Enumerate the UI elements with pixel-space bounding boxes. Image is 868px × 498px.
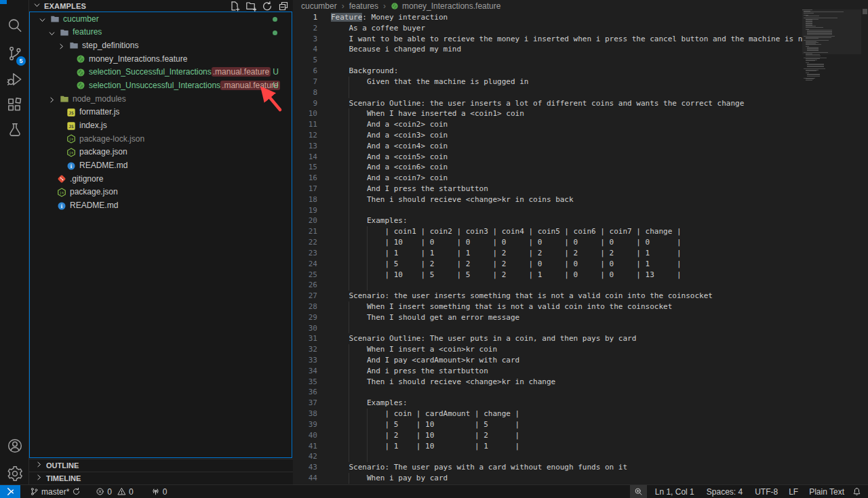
activity-item-settings[interactable] bbox=[0, 460, 29, 487]
code-text: And a <coin6> coin bbox=[331, 162, 448, 173]
activity-item-accounts[interactable] bbox=[0, 432, 29, 459]
activity-item-source-control[interactable]: 5 bbox=[0, 40, 29, 67]
code-line-21[interactable]: 21 | coin1 | coin2 | coin3 | coin4 | coi… bbox=[293, 226, 802, 237]
breadcrumb-item[interactable]: cucumber bbox=[301, 1, 337, 11]
code-line-22[interactable]: 22 | 10 | 0 | 0 | 0 | 0 | 0 | 0 | 0 | bbox=[293, 237, 802, 248]
code-line-31[interactable]: 31 Scenario Outline: The user puts in a … bbox=[293, 333, 802, 344]
code-line-44[interactable]: 44 When i pay by card bbox=[293, 473, 802, 484]
outline-section-header[interactable]: OUTLINE bbox=[29, 459, 293, 472]
activity-item-extensions[interactable] bbox=[0, 91, 29, 119]
code-line-17[interactable]: 17 And I press the startbutton bbox=[293, 184, 802, 194]
timeline-section-header[interactable]: TIMELINE bbox=[29, 472, 293, 484]
tree-item-label: features bbox=[73, 27, 102, 37]
code-line-26[interactable]: 26 bbox=[293, 280, 802, 291]
code-line-28[interactable]: 28 When I insert something that is not a… bbox=[293, 302, 802, 312]
indentation-status[interactable]: Spaces: 4 bbox=[703, 485, 747, 498]
code-line-11[interactable]: 11 And a <coin2> coin bbox=[293, 119, 802, 130]
new-folder-icon[interactable] bbox=[245, 1, 256, 12]
tree-file-package-json[interactable]: jspackage.json bbox=[29, 186, 292, 199]
code-area[interactable]: 1Feature: Money interaction2 As a coffee… bbox=[293, 12, 802, 484]
breadcrumb-item[interactable]: money_Interactions.feature bbox=[402, 1, 500, 11]
code-line-36[interactable]: 36 bbox=[293, 387, 802, 398]
code-line-37[interactable]: 37 Examples: bbox=[293, 398, 802, 409]
code-line-13[interactable]: 13 And a <coin4> coin bbox=[293, 141, 802, 152]
code-line-18[interactable]: 18 Then i should recieve <change>kr in c… bbox=[293, 194, 802, 205]
code-line-24[interactable]: 24 | 5 | 2 | 2 | 2 | 0 | 0 | 0 | 1 | bbox=[293, 259, 802, 270]
tree-file-package-lock-json[interactable]: jspackage-lock.json bbox=[29, 132, 292, 146]
overview-ruler-marker bbox=[863, 9, 867, 14]
explorer-header[interactable]: EXAMPLES bbox=[29, 0, 293, 12]
code-line-6[interactable]: 6 Background: bbox=[293, 66, 802, 77]
code-line-1[interactable]: 1Feature: Money interaction bbox=[293, 12, 802, 23]
code-line-10[interactable]: 10 When I have inserted a <coin1> coin bbox=[293, 108, 802, 119]
code-line-43[interactable]: 43 Scenario: The user pays with a card w… bbox=[293, 462, 802, 473]
remote-indicator[interactable] bbox=[0, 485, 20, 498]
code-line-27[interactable]: 27 Scenario: the user inserts something … bbox=[293, 291, 802, 302]
activity-item-testing[interactable] bbox=[0, 117, 29, 144]
refresh-icon[interactable] bbox=[262, 1, 273, 12]
git-branch-status[interactable]: master* bbox=[26, 485, 85, 498]
code-line-29[interactable]: 29 Then I should get an error message bbox=[293, 312, 802, 323]
tree-file-formatter-js[interactable]: JSformatter.js bbox=[29, 106, 292, 119]
code-line-39[interactable]: 39 | 5 | 10 | 5 | bbox=[293, 419, 802, 430]
code-line-30[interactable]: 30 bbox=[293, 323, 802, 334]
activity-item-run-and-debug[interactable] bbox=[0, 66, 29, 93]
tree-file-selection-successful-interactions[interactable]: selection_Successful_Interactions.manual… bbox=[29, 66, 292, 79]
tree-file-money-interactions-feature[interactable]: money_Interactions.feature bbox=[29, 52, 292, 66]
eol-status[interactable]: LF bbox=[785, 485, 802, 498]
code-line-34[interactable]: 34 And i press the startbutton bbox=[293, 366, 802, 377]
code-line-35[interactable]: 35 Then i should recieve <change>kr in c… bbox=[293, 377, 802, 388]
tree-folder-cucumber[interactable]: cucumber bbox=[29, 12, 292, 26]
line-number: 43 bbox=[293, 462, 317, 473]
tree-file-index-js[interactable]: JSindex.js bbox=[29, 119, 292, 133]
code-line-8[interactable]: 8 bbox=[293, 87, 802, 98]
code-line-14[interactable]: 14 And a <coin5> coin bbox=[293, 152, 802, 163]
tree-file--gitignore[interactable]: .gitignore bbox=[29, 172, 292, 186]
code-line-9[interactable]: 9 Scenario Outline: the user inserts a l… bbox=[293, 98, 802, 109]
tree-folder-node-modules[interactable]: node_modules bbox=[29, 92, 292, 106]
activity-item-search[interactable] bbox=[0, 12, 29, 39]
code-line-32[interactable]: 32 When I insert a <coin>kr coin bbox=[293, 344, 802, 355]
tree-folder-step-definitions[interactable]: step_definitions bbox=[29, 39, 292, 52]
tree-file-readme-md[interactable]: iREADME.md bbox=[29, 159, 292, 173]
code-line-15[interactable]: 15 And a <coin6> coin bbox=[293, 162, 802, 173]
collapse-all-icon[interactable] bbox=[278, 1, 289, 12]
tree-folder-features[interactable]: features bbox=[29, 26, 292, 39]
code-line-41[interactable]: 41 | 1 | 10 | 1 | bbox=[293, 441, 802, 452]
language-mode[interactable]: Plain Text bbox=[805, 485, 848, 498]
warning-count: 0 bbox=[129, 487, 134, 497]
minimap[interactable] bbox=[802, 9, 861, 91]
code-line-3[interactable]: 3 I want to be able to recieve the money… bbox=[293, 34, 802, 45]
code-line-33[interactable]: 33 And I pay <cardAmount>kr with card bbox=[293, 355, 802, 366]
cursor-position[interactable]: Ln 1, Col 1 bbox=[651, 485, 698, 498]
code-line-40[interactable]: 40 | 2 | 10 | 2 | bbox=[293, 430, 802, 441]
code-line-4[interactable]: 4 Because i changed my mind bbox=[293, 44, 802, 55]
notifications-bell[interactable] bbox=[848, 485, 865, 498]
encoding-status[interactable]: UTF-8 bbox=[751, 485, 782, 498]
code-line-23[interactable]: 23 | 1 | 1 | 1 | 2 | 2 | 2 | 2 | 1 | bbox=[293, 248, 802, 259]
minimap-viewport[interactable] bbox=[802, 9, 861, 54]
code-line-20[interactable]: 20 Examples: bbox=[293, 215, 802, 226]
tree-file-readme-md[interactable]: iREADME.md bbox=[29, 199, 292, 213]
tree-item-label: selection_Unsuccessful_Interactions.manu… bbox=[89, 81, 280, 90]
ports-status[interactable]: 0 bbox=[147, 485, 172, 498]
code-line-2[interactable]: 2 As a coffee buyer bbox=[293, 23, 802, 34]
code-line-5[interactable]: 5 bbox=[293, 55, 802, 66]
code-line-38[interactable]: 38 | coin | cardAmount | change | bbox=[293, 409, 802, 419]
tree-file-selection-unsuccessful-interactions[interactable]: selection_Unsuccessful_Interactions.manu… bbox=[29, 79, 292, 92]
problems-status[interactable]: 0 0 bbox=[92, 485, 137, 498]
code-line-7[interactable]: 7 Given that the machine is plugged in bbox=[293, 77, 802, 87]
code-line-12[interactable]: 12 And a <coin3> coin bbox=[293, 130, 802, 141]
breadcrumb-item[interactable]: features bbox=[349, 1, 378, 11]
code-line-42[interactable]: 42 bbox=[293, 451, 802, 462]
code-line-16[interactable]: 16 And a <coin7> coin bbox=[293, 173, 802, 184]
zoom-status-button[interactable] bbox=[630, 485, 647, 498]
tree-file-package-json[interactable]: jspackage.json bbox=[29, 146, 292, 159]
line-number: 32 bbox=[293, 344, 317, 355]
breadcrumb[interactable]: cucumber›features›money_Interactions.fea… bbox=[293, 0, 868, 12]
code-line-25[interactable]: 25 | 10 | 5 | 5 | 2 | 1 | 0 | 0 | 13 | bbox=[293, 270, 802, 281]
minimap-line bbox=[806, 80, 812, 81]
line-number: 40 bbox=[293, 430, 317, 441]
new-file-icon[interactable] bbox=[229, 1, 240, 12]
code-line-19[interactable]: 19 bbox=[293, 205, 802, 216]
